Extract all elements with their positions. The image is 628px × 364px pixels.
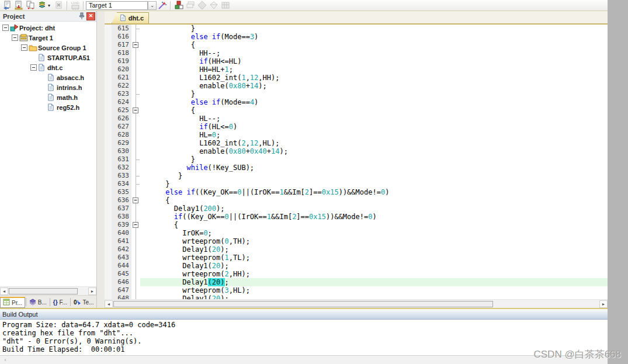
breakpoint-margin[interactable] bbox=[105, 33, 112, 41]
code-line[interactable]: 616 else if(Mode==3) bbox=[105, 33, 608, 41]
project-panel-hscrollbar[interactable]: ◄ ► bbox=[0, 286, 96, 295]
code-line[interactable]: 618 HH--; bbox=[105, 49, 608, 57]
code-line[interactable]: 644 Delay1(20); bbox=[105, 262, 608, 270]
code-line[interactable]: 647 wrteeprom(3,HL); bbox=[105, 286, 608, 294]
scroll-left-arrow[interactable]: ◄ bbox=[105, 300, 113, 308]
tree-item[interactable]: Target 1 bbox=[0, 33, 96, 43]
fold-toggle-icon[interactable] bbox=[131, 196, 140, 204]
code-line[interactable]: 633 } bbox=[105, 172, 608, 180]
tree-item[interactable]: intrins.h bbox=[0, 82, 96, 92]
tree-collapse-toggle[interactable] bbox=[30, 64, 37, 71]
breakpoint-margin[interactable] bbox=[105, 188, 112, 196]
breakpoint-margin[interactable] bbox=[105, 123, 112, 131]
breakpoint-margin[interactable] bbox=[105, 49, 112, 57]
pack-installer-button[interactable] bbox=[220, 1, 231, 11]
breakpoint-margin[interactable] bbox=[105, 147, 112, 155]
translate-file-button[interactable] bbox=[1, 1, 13, 11]
tab-dht-c[interactable]: dht.c bbox=[112, 12, 149, 23]
tree-item[interactable]: STARTUP.A51 bbox=[0, 53, 96, 63]
breakpoint-margin[interactable] bbox=[105, 172, 112, 180]
fold-toggle-icon[interactable] bbox=[131, 221, 140, 229]
code-line[interactable]: 629 L1602_int(2,12,HL); bbox=[105, 139, 608, 147]
code-line[interactable]: 630 enable(0x80+0x40+14); bbox=[105, 147, 608, 155]
breakpoint-margin[interactable] bbox=[105, 245, 112, 254]
breakpoint-margin[interactable] bbox=[105, 221, 112, 229]
scrollbar-thumb[interactable] bbox=[9, 288, 78, 294]
code-line[interactable]: 628 HL=0; bbox=[105, 131, 608, 139]
breakpoint-margin[interactable] bbox=[105, 106, 112, 115]
tree-collapse-toggle[interactable] bbox=[21, 44, 27, 51]
breakpoint-margin[interactable] bbox=[105, 294, 112, 299]
code-line[interactable]: 636 { bbox=[105, 196, 608, 204]
tree-item[interactable]: absacc.h bbox=[0, 72, 96, 82]
code-line[interactable]: 624 else if(Mode==4) bbox=[105, 98, 608, 106]
fold-toggle-icon[interactable] bbox=[131, 106, 140, 115]
breakpoint-margin[interactable] bbox=[105, 57, 112, 65]
breakpoint-margin[interactable] bbox=[105, 25, 112, 33]
breakpoint-margin[interactable] bbox=[105, 115, 112, 123]
code-line[interactable]: 646 Delay1(20); bbox=[105, 278, 608, 286]
tree-item[interactable]: math.h bbox=[0, 92, 96, 102]
code-line[interactable]: 639 { bbox=[105, 221, 608, 229]
batch-build-button[interactable] bbox=[36, 1, 48, 11]
target-select[interactable]: Target 1 bbox=[86, 1, 148, 10]
breakpoint-margin[interactable] bbox=[105, 65, 112, 74]
code-line[interactable]: 632 while(!Key_SUB); bbox=[105, 164, 608, 172]
editor-hscrollbar[interactable]: ◄ ► bbox=[105, 299, 608, 308]
code-editor[interactable]: 615 }616 else if(Mode==3)617 {618 HH--;6… bbox=[105, 25, 608, 299]
breakpoint-margin[interactable] bbox=[105, 74, 112, 82]
tree-item[interactable]: Source Group 1 bbox=[0, 43, 96, 53]
breakpoint-margin[interactable] bbox=[105, 213, 112, 221]
breakpoint-margin[interactable] bbox=[105, 82, 112, 90]
code-line[interactable]: 631 } bbox=[105, 155, 608, 164]
multi-project-workspace-button[interactable] bbox=[185, 1, 196, 11]
tree-collapse-toggle[interactable] bbox=[12, 34, 18, 41]
code-line[interactable]: 626 HL--; bbox=[105, 115, 608, 123]
breakpoint-margin[interactable] bbox=[105, 196, 112, 204]
code-line[interactable]: 645 wrteeprom(2,HH); bbox=[105, 270, 608, 278]
pane-splitter[interactable] bbox=[97, 11, 105, 308]
tab-templates[interactable]: 0Te... bbox=[71, 297, 96, 308]
close-panel-button[interactable]: ✕ bbox=[86, 12, 95, 20]
breakpoint-margin[interactable] bbox=[105, 164, 112, 172]
scroll-right-arrow[interactable]: ► bbox=[599, 300, 608, 308]
options-for-target-button[interactable] bbox=[157, 1, 168, 11]
code-line[interactable]: 625 { bbox=[105, 106, 608, 115]
build-target-button[interactable] bbox=[13, 1, 25, 11]
code-line[interactable]: 640 IrOK=0; bbox=[105, 229, 608, 237]
breakpoint-margin[interactable] bbox=[105, 270, 112, 278]
breakpoint-margin[interactable] bbox=[105, 98, 112, 106]
scroll-left-arrow[interactable]: ◄ bbox=[0, 287, 8, 295]
code-line[interactable]: 621 L1602_int(1,12,HH); bbox=[105, 74, 608, 82]
breakpoint-margin[interactable] bbox=[105, 286, 112, 294]
batch-build-dropdown-caret[interactable]: ▾ bbox=[48, 1, 53, 11]
code-line[interactable]: 637 Delay1(200); bbox=[105, 204, 608, 213]
fold-toggle-icon[interactable] bbox=[131, 41, 140, 49]
breakpoint-margin[interactable] bbox=[105, 278, 112, 286]
breakpoint-margin[interactable] bbox=[105, 131, 112, 139]
breakpoint-margin[interactable] bbox=[105, 229, 112, 237]
select-software-packs-button[interactable] bbox=[208, 1, 220, 11]
breakpoint-margin[interactable] bbox=[105, 41, 112, 49]
tree-collapse-toggle[interactable] bbox=[2, 25, 9, 31]
manage-runtime-environment-button[interactable] bbox=[196, 1, 208, 11]
pin-icon[interactable] bbox=[78, 12, 85, 20]
target-select-dropdown-button[interactable]: ⌄ bbox=[148, 1, 157, 10]
download-to-flash-button[interactable]: LOAD bbox=[70, 1, 81, 11]
breakpoint-margin[interactable] bbox=[105, 139, 112, 147]
code-line[interactable]: 620 HH=HL+1; bbox=[105, 65, 608, 74]
code-line[interactable]: 627 if(HL<=0) bbox=[105, 123, 608, 131]
build-output-hscrollbar[interactable]: ‹ bbox=[0, 356, 608, 364]
breakpoint-margin[interactable] bbox=[105, 180, 112, 188]
code-line[interactable]: 622 enable(0x80+14); bbox=[105, 82, 608, 90]
code-line[interactable]: 642 Delay1(20); bbox=[105, 245, 608, 254]
tree-item[interactable]: reg52.h bbox=[0, 102, 96, 112]
breakpoint-margin[interactable] bbox=[105, 254, 112, 262]
rebuild-all-button[interactable] bbox=[25, 1, 36, 11]
stop-build-button[interactable] bbox=[53, 1, 65, 11]
tree-item[interactable]: dht.c bbox=[0, 63, 96, 72]
code-line[interactable]: 648 Delay1(20); bbox=[105, 294, 608, 299]
code-line[interactable]: 619 if(HH<=HL) bbox=[105, 57, 608, 65]
code-line[interactable]: 617 { bbox=[105, 41, 608, 49]
manage-project-items-button[interactable] bbox=[173, 1, 185, 11]
